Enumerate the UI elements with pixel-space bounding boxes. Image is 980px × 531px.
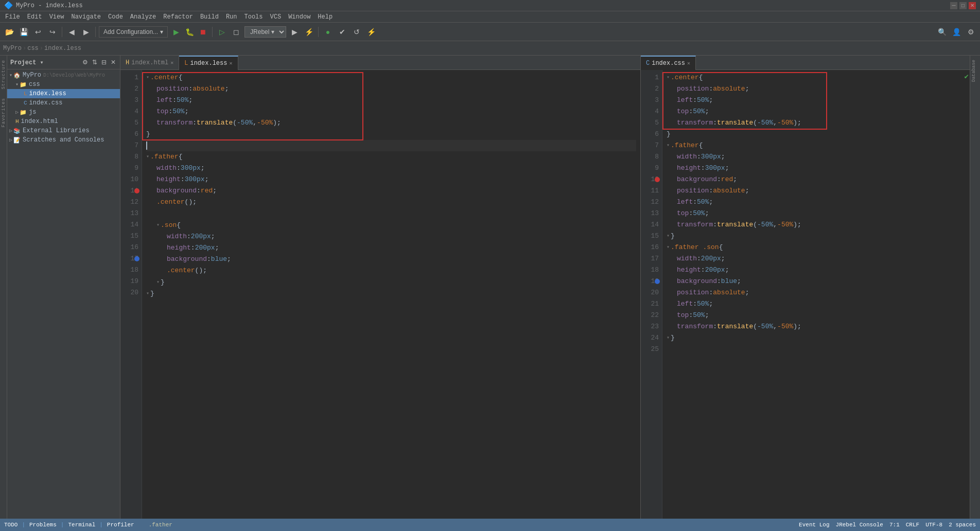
fold-close-20[interactable]: ▾ <box>146 288 149 299</box>
toolbar-more-btn[interactable]: ⚡ <box>365 26 377 38</box>
rcode-prop-height2: height <box>677 264 701 276</box>
status-todo[interactable]: TODO <box>4 522 18 528</box>
favorites-label[interactable]: Favorites <box>1 94 6 132</box>
toolbar-check-btn[interactable]: ✔ <box>336 26 348 38</box>
status-line-ending[interactable]: CRLF <box>906 522 919 528</box>
toolbar-save-btn[interactable]: 💾 <box>18 26 30 38</box>
rfold-close-15[interactable]: ▾ <box>667 231 670 242</box>
menu-tools[interactable]: Tools <box>241 12 266 22</box>
toolbar-back-btn[interactable]: ◀ <box>65 26 78 38</box>
menu-view[interactable]: View <box>46 12 67 22</box>
jrebel-select[interactable]: JRebel ▾ <box>244 26 286 38</box>
rcode-semi-19: ; <box>737 276 741 287</box>
breadcrumb-myproject[interactable]: MyPro <box>3 45 22 52</box>
rcode-colon-5: : <box>713 117 717 129</box>
fold-14[interactable]: ▾ <box>156 222 160 228</box>
toolbar-search-btn[interactable]: 🔍 <box>936 26 948 38</box>
status-problems[interactable]: Problems <box>29 522 57 528</box>
rfold-7[interactable]: ▾ <box>667 140 670 151</box>
fold-8[interactable]: ▾ <box>146 151 149 163</box>
rcode-colon-19: : <box>717 276 721 287</box>
toolbar-open-btn[interactable]: 📂 <box>3 26 15 38</box>
database-tab[interactable]: Database <box>970 56 977 86</box>
status-encoding[interactable]: UTF-8 <box>925 522 942 528</box>
fold-1[interactable]: ▾ <box>146 72 149 83</box>
code-line-14: ▾ .son { <box>146 219 636 231</box>
tree-item-external-libs[interactable]: ▷ 📚 External Libraries <box>7 126 120 135</box>
menu-analyze[interactable]: Analyze <box>127 12 159 22</box>
sidebar-close-btn[interactable]: ✕ <box>110 58 117 67</box>
sidebar-collapse-btn[interactable]: ⊟ <box>100 58 108 67</box>
tree-item-index-less[interactable]: L index.less <box>7 89 120 98</box>
menu-window[interactable]: Window <box>285 12 313 22</box>
stop-button[interactable]: ⏹ <box>197 26 209 38</box>
sidebar-sort-btn[interactable]: ⇅ <box>91 58 98 67</box>
toolbar-jrebel-debug-btn[interactable]: ⚡ <box>303 26 315 38</box>
code-prop-width: width <box>156 163 177 174</box>
status-terminal[interactable]: Terminal <box>68 522 95 528</box>
toolbar-user-btn[interactable]: 👤 <box>950 26 962 38</box>
title-bar-controls[interactable]: ─ □ ✕ <box>950 2 976 9</box>
add-configuration-button[interactable]: Add Configuration... ▾ <box>99 26 168 38</box>
maximize-button[interactable]: □ <box>959 2 967 9</box>
rcode-line-8: width : 300px ; <box>667 151 966 163</box>
toolbar-redo-btn[interactable]: ↪ <box>46 26 59 38</box>
status-profiler[interactable]: Profiler <box>107 522 134 528</box>
toolbar-reload-btn[interactable]: ↺ <box>351 26 363 38</box>
status-event-log[interactable]: Event Log <box>799 522 829 528</box>
menu-vcs[interactable]: VCS <box>267 12 285 22</box>
tab-less-close[interactable]: ✕ <box>229 60 232 66</box>
tab-index-html[interactable]: H index.html ✕ <box>120 56 179 70</box>
toolbar-run2-btn[interactable]: ▷ <box>216 26 228 38</box>
menu-run[interactable]: Run <box>223 12 240 22</box>
menu-edit[interactable]: Edit <box>24 12 45 22</box>
menu-file[interactable]: File <box>2 12 23 22</box>
tree-item-mypro[interactable]: ▾ 🏠 MyPro D:\Develop\Web\MyPro <box>7 70 120 80</box>
menu-help[interactable]: Help <box>314 12 336 22</box>
rfold-1[interactable]: ▾ <box>667 72 670 83</box>
toolbar-undo-btn[interactable]: ↩ <box>32 26 44 38</box>
structure-label[interactable]: Structure <box>1 56 6 94</box>
menu-code[interactable]: Code <box>105 12 126 22</box>
rfold-16[interactable]: ▾ <box>667 242 670 253</box>
minimize-button[interactable]: ─ <box>950 2 957 9</box>
code-selector-son: .son <box>161 220 177 231</box>
rcode-colon-3: : <box>693 95 697 106</box>
right-code-content[interactable]: ▾ .center { position : absolute ; left :… <box>662 70 970 519</box>
debug-button[interactable]: 🐛 <box>183 26 196 38</box>
fold-close-19[interactable]: ▾ <box>156 279 160 285</box>
breadcrumb-css[interactable]: css <box>27 45 39 52</box>
left-code-content[interactable]: ▾ .center { position : absolute ; left :… <box>142 70 640 519</box>
code-close-brace-1: } <box>146 129 150 140</box>
tab-index-less[interactable]: L index.less ✕ <box>179 56 238 70</box>
tree-item-index-css[interactable]: C index.css <box>7 98 120 108</box>
run-button[interactable]: ▶ <box>170 26 182 38</box>
status-indent[interactable]: 2 spaces <box>949 522 976 528</box>
tree-item-css[interactable]: ▾ 📁 css <box>7 80 120 89</box>
tree-item-js[interactable]: ▷ 📁 js <box>7 108 120 117</box>
toolbar-settings-btn[interactable]: ⚙ <box>965 26 977 38</box>
breadcrumb-indexless[interactable]: index.less <box>44 45 81 52</box>
menu-refactor[interactable]: Refactor <box>160 12 196 22</box>
line-numbers-right: 1 2 3 4 5 6 7 8 9 10 11 12 13 14 15 16 1… <box>641 70 662 519</box>
menu-navigate[interactable]: Navigate <box>68 12 104 22</box>
close-button[interactable]: ✕ <box>969 2 976 9</box>
status-jrebel-console[interactable]: JRebel Console <box>836 522 883 528</box>
rcode-semi-9: ; <box>725 163 729 174</box>
toolbar-green-btn[interactable]: ● <box>322 26 334 38</box>
tab-css-close[interactable]: ✕ <box>687 60 690 66</box>
tab-html-close[interactable]: ✕ <box>170 60 173 66</box>
tree-arrow-ext: ▷ <box>9 128 12 134</box>
toolbar-stop2-btn[interactable]: ◻ <box>230 26 242 38</box>
rfold-close-24[interactable]: ▾ <box>667 332 670 344</box>
toolbar-jrebel-run-btn[interactable]: ▶ <box>288 26 301 38</box>
sidebar-gear-btn[interactable]: ⚙ <box>81 58 89 67</box>
menu-build[interactable]: Build <box>197 12 222 22</box>
tree-item-index-html[interactable]: H index.html <box>7 117 120 126</box>
tree-item-scratches[interactable]: ▷ 📝 Scratches and Consoles <box>7 135 120 145</box>
toolbar-fwd-btn[interactable]: ▶ <box>80 26 92 38</box>
tab-index-css[interactable]: C index.css ✕ <box>641 56 696 70</box>
less-file-icon: L <box>24 91 27 97</box>
rcode-val-m50c: -50% <box>757 219 773 231</box>
project-dropdown-label[interactable]: Project ▾ <box>10 59 79 66</box>
